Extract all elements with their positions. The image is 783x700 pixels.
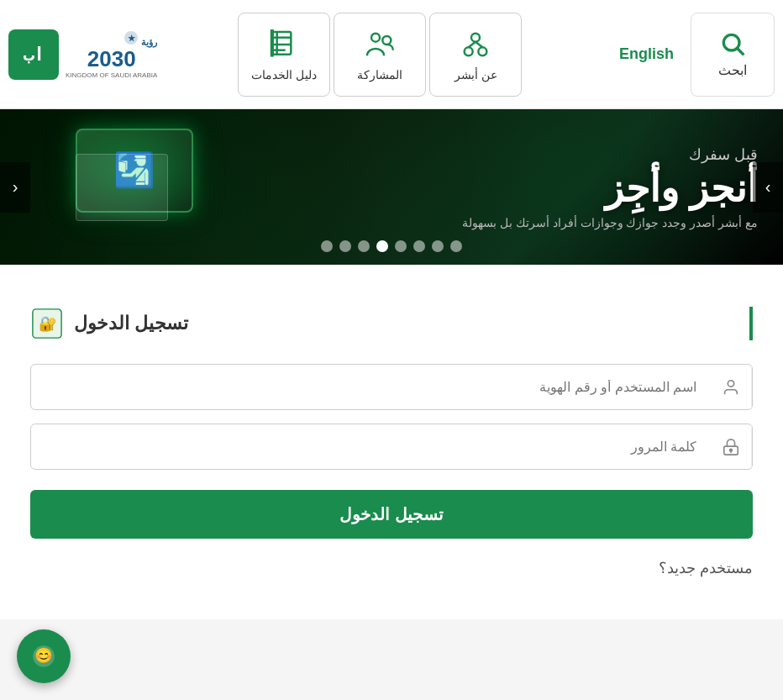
nav-services-guide[interactable]: دليل الخدمات — [238, 13, 330, 97]
absher-logo: اب — [8, 29, 59, 80]
search-icon — [719, 30, 746, 57]
passport-visual-area: 🛂 — [25, 129, 193, 246]
carousel-dot-3[interactable] — [413, 240, 425, 252]
login-title: تسجيل الدخول — [74, 313, 188, 334]
hero-banner: 🛂 قبل سفرك أنجز وأجِز مع أبشر أصدر وجدد … — [0, 109, 783, 265]
svg-point-16 — [729, 449, 732, 451]
svg-point-14 — [728, 380, 733, 386]
svg-text:★: ★ — [128, 34, 136, 43]
search-label: ابحث — [718, 62, 747, 78]
carousel-dots — [321, 240, 462, 252]
svg-point-4 — [479, 47, 487, 55]
banner-subtitle: قبل سفرك — [462, 145, 758, 163]
svg-point-0 — [723, 34, 739, 50]
carousel-dot-6[interactable] — [358, 240, 370, 252]
password-input-group — [30, 424, 753, 470]
prev-slide-button[interactable]: ‹ — [0, 162, 30, 213]
svg-text:🔐: 🔐 — [39, 315, 57, 333]
main-content: تسجيل الدخول 🔐 — [0, 265, 783, 619]
header-right: ابحث English — [602, 13, 775, 97]
login-section: تسجيل الدخول 🔐 — [30, 290, 753, 594]
header-nav: عن أبشر المشاركة دليل الخدمات — [238, 13, 522, 97]
vision-star-icon: ★ — [123, 30, 139, 45]
kingdom-label: KINGDOM OF SAUDI ARABIA — [66, 71, 157, 79]
search-button[interactable]: ابحث — [691, 13, 775, 97]
vision-year: 2030 — [66, 48, 157, 70]
new-user-text: مستخدم جديد؟ — [659, 560, 753, 576]
services-guide-icon — [267, 28, 301, 61]
login-header: تسجيل الدخول 🔐 — [30, 307, 753, 340]
next-slide-button[interactable]: › — [753, 162, 783, 213]
login-button[interactable]: تسجيل الدخول — [30, 490, 753, 539]
nav-participation-label: المشاركة — [357, 68, 402, 82]
nav-about-label: عن أبشر — [455, 68, 497, 82]
svg-point-8 — [383, 36, 392, 45]
carousel-dot-7[interactable] — [339, 240, 351, 252]
participation-icon — [363, 28, 397, 61]
banner-text-area: قبل سفرك أنجز وأجِز مع أبشر أصدر وجدد جو… — [462, 145, 758, 229]
svg-line-6 — [476, 41, 482, 47]
svg-line-5 — [469, 41, 476, 47]
carousel-dot-8[interactable] — [321, 240, 333, 252]
new-user-section: مستخدم جديد؟ — [30, 559, 753, 577]
carousel-dot-1[interactable] — [450, 240, 462, 252]
username-input-group — [30, 364, 753, 410]
svg-line-1 — [738, 49, 744, 55]
login-badge-icon: 🔐 — [31, 308, 63, 339]
password-input[interactable] — [31, 439, 710, 455]
about-icon — [459, 28, 492, 61]
svg-point-7 — [371, 33, 380, 41]
english-link[interactable]: English — [619, 45, 674, 63]
login-icon-badge: 🔐 — [30, 307, 64, 340]
carousel-dot-4[interactable] — [395, 240, 407, 252]
carousel-dot-2[interactable] — [432, 240, 444, 252]
nav-about[interactable]: عن أبشر — [429, 13, 522, 97]
document-bg — [76, 154, 168, 221]
vision-label: رؤية — [141, 37, 157, 48]
nav-services-guide-label: دليل الخدمات — [251, 68, 317, 82]
logo-area: رؤية ★ 2030 KINGDOM OF SAUDI ARABIA اب — [8, 29, 157, 80]
nav-participation[interactable]: المشاركة — [334, 13, 426, 97]
svg-point-3 — [465, 47, 473, 55]
carousel-dot-5[interactable] — [376, 240, 388, 252]
site-header: ابحث English عن أبشر المشاركة — [0, 0, 783, 109]
banner-description: مع أبشر أصدر وجدد جوازك وجوازات أفراد أس… — [462, 216, 758, 229]
username-input[interactable] — [31, 380, 710, 395]
banner-title: أنجز وأجِز — [462, 166, 758, 209]
svg-point-2 — [471, 33, 480, 41]
logo-text: اب — [24, 44, 45, 65]
lock-icon — [710, 424, 752, 469]
user-icon — [710, 365, 752, 409]
